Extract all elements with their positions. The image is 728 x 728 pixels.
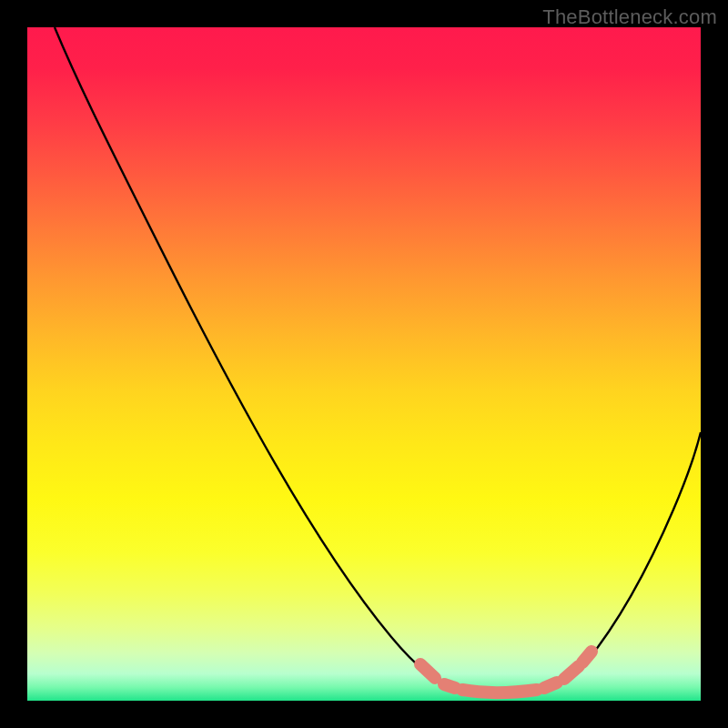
plot-area xyxy=(27,27,701,701)
curve-layer xyxy=(27,27,701,701)
chart-frame: TheBottleneck.com xyxy=(0,0,728,728)
watermark-text: TheBottleneck.com xyxy=(542,5,717,29)
sweet-spot-band xyxy=(420,652,592,693)
bottleneck-curve xyxy=(55,27,701,693)
